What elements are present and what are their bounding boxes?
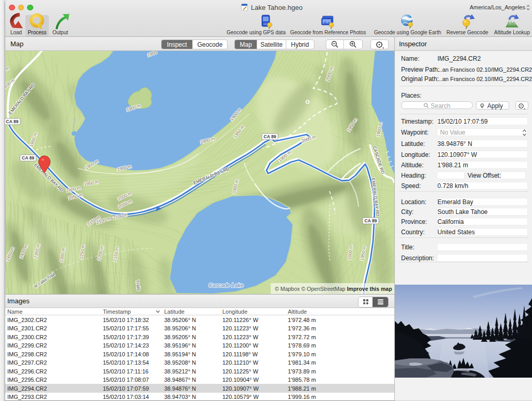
svg-text:© Mapbox © OpenStreetMap Impro: © Mapbox © OpenStreetMap Improve this ma…	[275, 286, 392, 292]
svg-text:CA 89: CA 89	[264, 134, 276, 139]
svg-text:Cascade Lake: Cascade Lake	[208, 282, 243, 288]
svg-text:CA 89: CA 89	[365, 218, 377, 223]
svg-text:CA 89: CA 89	[6, 119, 19, 124]
svg-text:2000 m: 2000 m	[347, 245, 353, 260]
svg-text:CA 89: CA 89	[22, 155, 34, 161]
